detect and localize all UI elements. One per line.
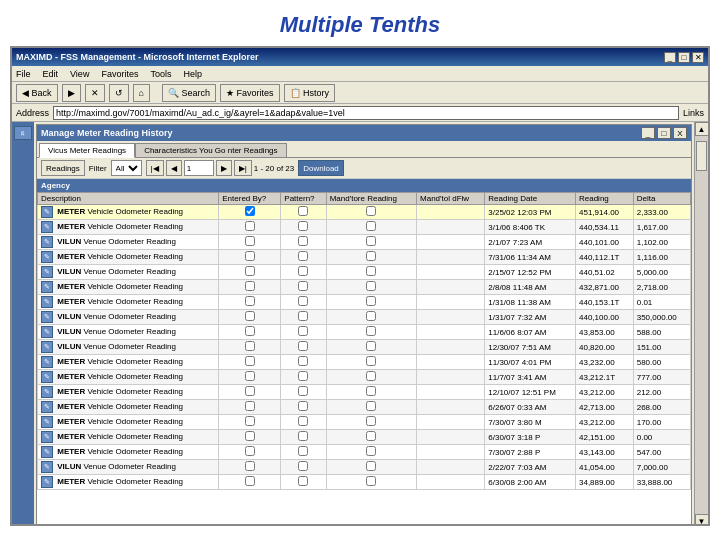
- nav-next-button[interactable]: ▶: [216, 160, 232, 176]
- row-edit-icon[interactable]: ✎: [41, 221, 53, 233]
- menu-tools[interactable]: Tools: [150, 69, 171, 79]
- pattern-checkbox[interactable]: [298, 386, 308, 396]
- panel-minimize-button[interactable]: _: [641, 127, 655, 139]
- data-table-container[interactable]: Description Entered By? Pattern? Mand'to…: [37, 192, 691, 525]
- row-edit-icon[interactable]: ✎: [41, 371, 53, 383]
- table-row[interactable]: ✎ VILUN Venue Odometer Reading 2/15/07 1…: [38, 265, 691, 280]
- row-edit-icon[interactable]: ✎: [41, 431, 53, 443]
- row-edit-icon[interactable]: ✎: [41, 281, 53, 293]
- entered-checkbox[interactable]: [245, 236, 255, 246]
- entered-checkbox[interactable]: [245, 221, 255, 231]
- mand-reading-checkbox[interactable]: [366, 311, 376, 321]
- entered-checkbox[interactable]: [245, 476, 255, 486]
- entered-checkbox[interactable]: [245, 341, 255, 351]
- entered-checkbox[interactable]: [245, 416, 255, 426]
- menu-favorites[interactable]: Favorites: [101, 69, 138, 79]
- table-row[interactable]: ✎ VILUN Venue Odometer Reading 11/6/06 8…: [38, 325, 691, 340]
- entered-checkbox[interactable]: [245, 251, 255, 261]
- entered-checkbox[interactable]: [245, 206, 255, 216]
- table-row[interactable]: ✎ METER Vehicle Odometer Reading 3/1/06 …: [38, 220, 691, 235]
- menu-view[interactable]: View: [70, 69, 89, 79]
- mand-reading-checkbox[interactable]: [366, 326, 376, 336]
- entered-checkbox[interactable]: [245, 296, 255, 306]
- favorites-button[interactable]: ★ Favorites: [220, 84, 280, 102]
- mand-reading-checkbox[interactable]: [366, 251, 376, 261]
- mand-reading-checkbox[interactable]: [366, 281, 376, 291]
- table-row[interactable]: ✎ VILUN Venue Odometer Reading 2/22/07 7…: [38, 460, 691, 475]
- row-edit-icon[interactable]: ✎: [41, 476, 53, 488]
- mand-reading-checkbox[interactable]: [366, 431, 376, 441]
- page-input[interactable]: [184, 160, 214, 176]
- table-row[interactable]: ✎ METER Vehicle Odometer Reading 7/30/07…: [38, 445, 691, 460]
- table-row[interactable]: ✎ METER Vehicle Odometer Reading 12/10/0…: [38, 385, 691, 400]
- entered-checkbox[interactable]: [245, 401, 255, 411]
- row-edit-icon[interactable]: ✎: [41, 311, 53, 323]
- table-row[interactable]: ✎ METER Vehicle Odometer Reading 11/7/07…: [38, 370, 691, 385]
- search-button[interactable]: 🔍 Search: [162, 84, 216, 102]
- tab-characteristics[interactable]: Characteristics You Go nter Readings: [135, 143, 286, 157]
- pattern-checkbox[interactable]: [298, 476, 308, 486]
- minimize-button[interactable]: _: [664, 52, 676, 63]
- mand-reading-checkbox[interactable]: [366, 416, 376, 426]
- mand-reading-checkbox[interactable]: [366, 221, 376, 231]
- pattern-checkbox[interactable]: [298, 206, 308, 216]
- row-edit-icon[interactable]: ✎: [41, 446, 53, 458]
- row-edit-icon[interactable]: ✎: [41, 206, 53, 218]
- nav-first-button[interactable]: |◀: [146, 160, 164, 176]
- mand-reading-checkbox[interactable]: [366, 236, 376, 246]
- row-edit-icon[interactable]: ✎: [41, 266, 53, 278]
- scroll-down-button[interactable]: ▼: [695, 514, 709, 526]
- nav-prev-button[interactable]: ◀: [166, 160, 182, 176]
- maximize-button[interactable]: □: [678, 52, 690, 63]
- mand-reading-checkbox[interactable]: [366, 386, 376, 396]
- pattern-checkbox[interactable]: [298, 401, 308, 411]
- table-row[interactable]: ✎ VILUN Venue Odometer Reading 1/31/07 7…: [38, 310, 691, 325]
- download-button[interactable]: Download: [298, 160, 344, 176]
- entered-checkbox[interactable]: [245, 281, 255, 291]
- home-button[interactable]: ⌂: [133, 84, 150, 102]
- mand-reading-checkbox[interactable]: [366, 356, 376, 366]
- pattern-checkbox[interactable]: [298, 446, 308, 456]
- row-edit-icon[interactable]: ✎: [41, 341, 53, 353]
- entered-checkbox[interactable]: [245, 461, 255, 471]
- pattern-checkbox[interactable]: [298, 371, 308, 381]
- row-edit-icon[interactable]: ✎: [41, 401, 53, 413]
- tab-vicus-meter-readings[interactable]: Vicus Meter Readings: [39, 143, 135, 158]
- pattern-checkbox[interactable]: [298, 311, 308, 321]
- mand-reading-checkbox[interactable]: [366, 476, 376, 486]
- readings-button[interactable]: Readings: [41, 160, 85, 176]
- entered-checkbox[interactable]: [245, 446, 255, 456]
- pattern-checkbox[interactable]: [298, 266, 308, 276]
- pattern-checkbox[interactable]: [298, 461, 308, 471]
- entered-checkbox[interactable]: [245, 356, 255, 366]
- mand-reading-checkbox[interactable]: [366, 401, 376, 411]
- row-edit-icon[interactable]: ✎: [41, 461, 53, 473]
- row-edit-icon[interactable]: ✎: [41, 326, 53, 338]
- pattern-checkbox[interactable]: [298, 356, 308, 366]
- row-edit-icon[interactable]: ✎: [41, 236, 53, 248]
- back-button[interactable]: ◀ Back: [16, 84, 58, 102]
- pattern-checkbox[interactable]: [298, 251, 308, 261]
- row-edit-icon[interactable]: ✎: [41, 416, 53, 428]
- table-row[interactable]: ✎ METER Vehicle Odometer Reading 1/31/08…: [38, 295, 691, 310]
- entered-checkbox[interactable]: [245, 371, 255, 381]
- menu-edit[interactable]: Edit: [43, 69, 59, 79]
- table-row[interactable]: ✎ METER Vehicle Odometer Reading 6/30/08…: [38, 475, 691, 490]
- mand-reading-checkbox[interactable]: [366, 461, 376, 471]
- row-edit-icon[interactable]: ✎: [41, 296, 53, 308]
- address-input[interactable]: [53, 106, 679, 120]
- pattern-checkbox[interactable]: [298, 221, 308, 231]
- pattern-checkbox[interactable]: [298, 236, 308, 246]
- forward-button[interactable]: ▶: [62, 84, 81, 102]
- close-window-button[interactable]: ✕: [692, 52, 704, 63]
- entered-checkbox[interactable]: [245, 311, 255, 321]
- filter-select[interactable]: All: [111, 160, 142, 176]
- table-row[interactable]: ✎ METER Vehicle Odometer Reading 3/25/02…: [38, 205, 691, 220]
- entered-checkbox[interactable]: [245, 326, 255, 336]
- table-row[interactable]: ✎ VILUN Venue Odometer Reading 2/1/07 7:…: [38, 235, 691, 250]
- left-nav-item[interactable]: st: [14, 126, 32, 140]
- pattern-checkbox[interactable]: [298, 431, 308, 441]
- row-edit-icon[interactable]: ✎: [41, 386, 53, 398]
- table-row[interactable]: ✎ METER Vehicle Odometer Reading 7/30/07…: [38, 415, 691, 430]
- pattern-checkbox[interactable]: [298, 326, 308, 336]
